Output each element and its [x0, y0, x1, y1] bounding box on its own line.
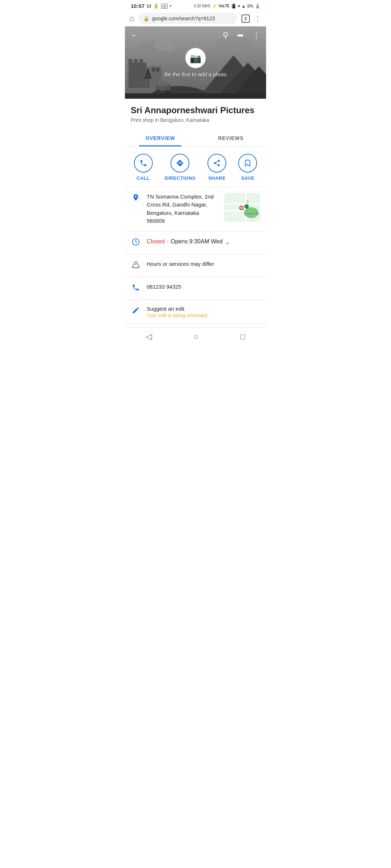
bookmark-icon	[244, 159, 252, 167]
address-content: TN Somanna Complex, 2nd Cross Rd, Gandhi…	[147, 193, 218, 225]
share-action-button[interactable]: SHARE	[207, 154, 226, 181]
tabs: OVERVIEW REVIEWS	[125, 130, 266, 146]
svg-point-20	[166, 90, 169, 93]
add-photo-center[interactable]: 📷 Be the first to add a photo	[164, 48, 227, 77]
nav-back-icon: ◁	[146, 332, 152, 341]
call-icon-circle	[134, 154, 153, 173]
edit-icon	[131, 306, 141, 316]
share-icon-circle	[207, 154, 226, 173]
gmail-icon: M	[147, 3, 151, 9]
phone-icon	[139, 159, 147, 167]
hours-row[interactable]: Closed · Opens 9:30AM Wed ⌄	[125, 231, 266, 254]
call-button[interactable]: CALL	[134, 154, 153, 181]
chevron-down-icon[interactable]: ⌄	[225, 238, 230, 246]
url-text: google.com/search?q=8123	[152, 16, 215, 21]
svg-rect-4	[129, 63, 147, 88]
clock-icon	[131, 238, 141, 248]
hours-content: Closed · Opens 9:30AM Wed ⌄	[147, 237, 260, 246]
map-thumbnail[interactable]: SC Road Freedom Park 🌲	[224, 193, 260, 222]
share-icon	[213, 159, 221, 167]
suggest-edit-text: Suggest an edit	[147, 306, 260, 312]
status-time: 10:57	[131, 3, 144, 9]
search-button[interactable]: ⚲	[223, 31, 228, 40]
warning-text: Hours or services may differ	[147, 260, 260, 268]
warning-icon	[131, 261, 141, 271]
business-info: Sri Annaporneshwari Pictures Print shop …	[125, 99, 266, 126]
nav-home-icon: ○	[194, 332, 198, 341]
svg-rect-9	[152, 68, 155, 72]
phone-number: 081233 94325	[147, 283, 260, 291]
share-button[interactable]: ➥	[237, 31, 244, 40]
nav-home-button[interactable]: ○	[194, 332, 198, 341]
photo-overlay-icons: ← ⚲ ➥ ⋮	[125, 31, 266, 40]
svg-rect-21	[125, 93, 266, 99]
photo-area: ← ⚲ ➥ ⋮ 📷 Be the first to add a photo	[125, 26, 266, 99]
nav-recents-button[interactable]: □	[240, 332, 245, 341]
phone-row-icon	[131, 284, 141, 294]
directions-icon-circle	[171, 154, 189, 173]
suggest-edit-row[interactable]: Suggest an edit Your edit is being revie…	[125, 300, 266, 324]
battery-alert-icon: 🔋	[153, 3, 159, 9]
cb-icon: cb	[161, 4, 168, 9]
svg-rect-5	[129, 59, 132, 66]
signal-icon: ▲	[241, 4, 246, 9]
svg-rect-18	[157, 82, 168, 86]
svg-rect-6	[134, 59, 138, 66]
status-bar: 10:57 M 🔋 cb • 0.32 KB/S ⚡ VoLTE 📳 ▾ ▲ 9…	[125, 0, 266, 10]
battery-percent: 9%	[247, 4, 253, 9]
directions-label: DIRECTIONS	[165, 175, 196, 181]
address-bar: ⌂ 🔒 google.com/search?q=8123 2 ⋮	[125, 10, 266, 26]
business-name: Sri Annaporneshwari Pictures	[131, 105, 260, 116]
business-type: Print shop in Bengaluru, Karnataka	[131, 117, 260, 123]
svg-text:Freedom Park: Freedom Park	[245, 213, 259, 215]
directions-button[interactable]: DIRECTIONS	[165, 154, 196, 181]
svg-rect-10	[156, 68, 159, 72]
save-icon-circle	[238, 154, 257, 173]
directions-icon	[176, 159, 184, 167]
phone-row[interactable]: 081233 94325	[125, 277, 266, 300]
suggest-edit-content: Suggest an edit Your edit is being revie…	[147, 306, 260, 318]
share-label: SHARE	[208, 175, 226, 181]
svg-text:🌲: 🌲	[245, 205, 249, 208]
warning-content: Hours or services may differ	[147, 260, 260, 268]
map-svg: SC Road Freedom Park 🌲	[224, 193, 260, 222]
vowifi-icon: VoLTE	[219, 4, 230, 8]
warning-row: Hours or services may differ	[125, 254, 266, 277]
save-button[interactable]: SAVE	[238, 154, 257, 181]
url-bar[interactable]: 🔒 google.com/search?q=8123	[138, 13, 237, 24]
edit-review-text: Your edit is being reviewed.	[147, 312, 260, 318]
svg-point-30	[240, 207, 243, 209]
phone-content: 081233 94325	[147, 283, 260, 291]
lock-icon: 🔒	[143, 16, 149, 21]
svg-rect-7	[139, 59, 143, 66]
closed-text: Closed	[147, 238, 165, 245]
menu-dots-icon[interactable]: ⋮	[254, 14, 262, 23]
tab-count[interactable]: 2	[241, 14, 250, 23]
tab-overview[interactable]: OVERVIEW	[125, 130, 196, 146]
battery-icon: 🪫	[255, 4, 260, 9]
nav-recents-icon: □	[240, 332, 245, 341]
save-label: SAVE	[241, 175, 254, 181]
opens-text: Opens 9:30AM Wed	[171, 238, 223, 245]
tab-reviews[interactable]: REVIEWS	[196, 130, 266, 146]
nav-bar: ◁ ○ □	[125, 327, 266, 349]
add-photo-circle: 📷	[185, 48, 206, 68]
vibrate-icon: 📳	[231, 4, 236, 9]
speed-text: 0.32 KB/S	[194, 4, 210, 8]
address-row[interactable]: TN Somanna Complex, 2nd Cross Rd, Gandhi…	[125, 187, 266, 231]
more-options-button[interactable]: ⋮	[252, 31, 260, 40]
bluetooth-icon: ⚡	[212, 4, 217, 9]
dot-icon: •	[170, 3, 172, 9]
back-button[interactable]: ←	[131, 31, 139, 40]
nav-back-button[interactable]: ◁	[146, 332, 152, 341]
location-icon	[131, 193, 141, 204]
home-icon[interactable]: ⌂	[129, 14, 134, 23]
camera-icon: 📷	[190, 52, 201, 64]
address-text: TN Somanna Complex, 2nd Cross Rd, Gandhi…	[147, 193, 218, 225]
call-label: CALL	[136, 175, 150, 181]
hours-text: ·	[167, 238, 168, 245]
action-buttons: CALL DIRECTIONS SHARE SAVE	[125, 146, 266, 187]
svg-point-19	[156, 90, 160, 93]
add-photo-text: Be the first to add a photo	[164, 71, 227, 77]
wifi-icon: ▾	[238, 4, 240, 9]
